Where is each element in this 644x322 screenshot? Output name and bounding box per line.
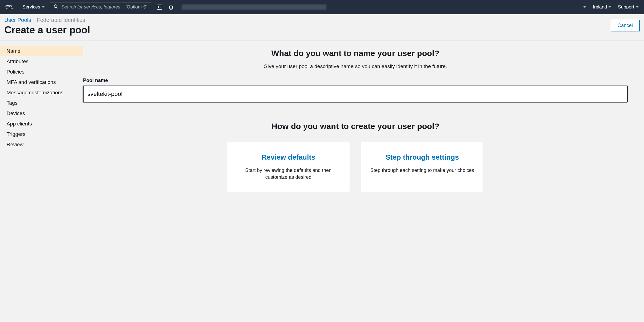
review-defaults-title: Review defaults: [235, 153, 341, 162]
support-menu[interactable]: Support: [618, 4, 639, 10]
sidebar-item-policies[interactable]: Policies: [0, 67, 83, 77]
notifications-icon[interactable]: [168, 4, 174, 10]
svg-text:aws: aws: [5, 4, 12, 8]
search-box[interactable]: [Option+S]: [50, 2, 151, 12]
breadcrumb: User Pools | Federated Identities: [4, 17, 90, 23]
breadcrumb-user-pools[interactable]: User Pools: [4, 17, 31, 23]
chevron-down-icon: [608, 6, 611, 8]
region-label: Ireland: [593, 4, 607, 10]
sidebar-item-review[interactable]: Review: [0, 139, 83, 150]
page-title: Create a user pool: [4, 24, 90, 36]
chevron-down-icon: [636, 6, 639, 8]
sidebar-item-tags[interactable]: Tags: [0, 98, 83, 108]
name-section-heading: What do you want to name your user pool?: [83, 49, 628, 58]
review-defaults-card[interactable]: Review defaults Start by reviewing the d…: [227, 142, 350, 192]
chevron-down-icon: [583, 6, 586, 8]
content-area: What do you want to name your user pool?…: [83, 40, 644, 203]
step-through-title: Step through settings: [369, 153, 475, 162]
sidebar-item-name[interactable]: Name: [0, 46, 83, 56]
sidebar-item-attributes[interactable]: Attributes: [0, 56, 83, 67]
create-section-heading: How do you want to create your user pool…: [83, 122, 628, 131]
page-header: User Pools | Federated Identities Create…: [0, 14, 644, 40]
svg-line-2: [57, 7, 58, 8]
region-selector[interactable]: Ireland: [593, 4, 611, 10]
aws-logo[interactable]: aws: [5, 3, 17, 11]
breadcrumb-separator: |: [33, 17, 35, 23]
cancel-button[interactable]: Cancel: [611, 20, 640, 31]
step-through-card[interactable]: Step through settings Step through each …: [361, 142, 484, 192]
search-shortcut: [Option+S]: [125, 4, 147, 10]
search-input[interactable]: [61, 4, 123, 10]
sidebar-item-app-clients[interactable]: App clients: [0, 119, 83, 129]
review-defaults-desc: Start by reviewing the defaults and then…: [235, 167, 341, 181]
svg-point-1: [54, 5, 57, 8]
pool-name-input[interactable]: [83, 86, 628, 103]
sidebar: Name Attributes Policies MFA and verific…: [0, 40, 83, 203]
services-label: Services: [22, 4, 40, 10]
top-nav-bar: aws Services [Option+S] Ireland Support: [0, 0, 644, 14]
breadcrumb-federated[interactable]: Federated Identities: [37, 17, 85, 23]
sidebar-item-triggers[interactable]: Triggers: [0, 129, 83, 139]
pool-name-label: Pool name: [83, 78, 628, 83]
cloudshell-icon[interactable]: [156, 4, 163, 10]
option-cards: Review defaults Start by reviewing the d…: [83, 142, 628, 192]
step-through-desc: Step through each setting to make your c…: [369, 167, 475, 174]
sidebar-item-mfa[interactable]: MFA and verifications: [0, 77, 83, 87]
sidebar-item-messages[interactable]: Message customizations: [0, 87, 83, 98]
support-label: Support: [618, 4, 634, 10]
services-menu[interactable]: Services: [22, 4, 45, 10]
chevron-down-icon: [42, 6, 45, 8]
account-info[interactable]: [182, 4, 326, 10]
sidebar-item-devices[interactable]: Devices: [0, 108, 83, 119]
main-layout: Name Attributes Policies MFA and verific…: [0, 40, 644, 203]
search-icon: [54, 4, 58, 10]
name-section-subtext: Give your user pool a descriptive name s…: [83, 63, 628, 69]
